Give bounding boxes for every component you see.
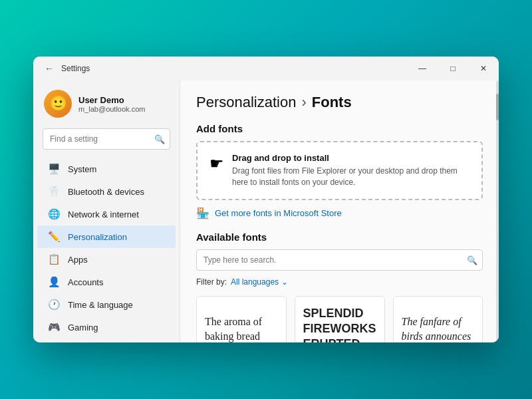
system-icon: 🖥️ xyxy=(48,163,60,175)
fonts-search-box: 🔍 xyxy=(196,249,483,271)
bluetooth-icon: 🦷 xyxy=(48,186,60,198)
font-preview-2[interactable]: SPLENDID FIREWORKS ERUPTED OV... xyxy=(295,296,385,342)
close-button[interactable]: ✕ xyxy=(468,57,499,80)
chevron-down-icon: ⌄ xyxy=(281,277,288,287)
ms-store-label: Get more fonts in Microsoft Store xyxy=(215,208,342,218)
breadcrumb-parent: Personalization xyxy=(196,94,296,111)
filter-label: Filter by: xyxy=(196,277,227,287)
sidebar: 🙂 User Demo m_lab@outlook.com 🔍 🖥️ Syste… xyxy=(33,80,180,342)
user-info: User Demo m_lab@outlook.com xyxy=(78,95,145,113)
breadcrumb-current: Fonts xyxy=(312,94,352,111)
main-layout: 🙂 User Demo m_lab@outlook.com 🔍 🖥️ Syste… xyxy=(33,80,499,342)
scroll-indicator xyxy=(496,80,499,342)
content-area: Personalization › Fonts Add fonts ☛ Drag… xyxy=(180,80,499,342)
breadcrumb-separator: › xyxy=(301,94,306,111)
sidebar-item-label-time: Time & language xyxy=(68,300,133,310)
sidebar-item-personalization[interactable]: ✏️ Personalization xyxy=(37,225,176,248)
personalization-icon: ✏️ xyxy=(48,231,60,243)
avatar-image: 🙂 xyxy=(44,90,72,118)
sidebar-item-label-network: Network & internet xyxy=(68,209,139,219)
sidebar-item-label-apps: Apps xyxy=(68,255,88,265)
window-title: Settings xyxy=(61,64,90,73)
cursor-icon: ☛ xyxy=(209,154,224,173)
search-input[interactable] xyxy=(43,128,170,150)
sidebar-item-label-bluetooth: Bluetooth & devices xyxy=(68,187,144,197)
filter-value: All languages xyxy=(231,277,279,287)
sidebar-item-label-accounts: Accounts xyxy=(68,277,103,287)
drop-subtitle: Drag font files from File Explorer or yo… xyxy=(232,166,469,188)
font-preview-text-2: SPLENDID FIREWORKS ERUPTED OV... xyxy=(303,306,376,342)
fonts-search-icon: 🔍 xyxy=(467,255,477,265)
sidebar-item-label-gaming: Gaming xyxy=(68,323,98,332)
sidebar-item-accessibility[interactable]: ♿ Accessibility xyxy=(37,338,176,342)
search-icon: 🔍 xyxy=(154,134,165,144)
sidebar-item-bluetooth[interactable]: 🦷 Bluetooth & devices xyxy=(37,180,176,203)
apps-icon: 📋 xyxy=(48,253,60,265)
sidebar-item-system[interactable]: 🖥️ System xyxy=(37,158,176,180)
fonts-search-input[interactable] xyxy=(196,249,483,271)
user-profile[interactable]: 🙂 User Demo m_lab@outlook.com xyxy=(33,80,180,126)
settings-window: ← Settings — □ ✕ 🙂 User Demo m_lab@outlo… xyxy=(33,57,499,342)
accounts-icon: 👤 xyxy=(48,276,60,288)
add-fonts-title: Add fonts xyxy=(196,123,483,134)
sidebar-item-label-system: System xyxy=(68,164,96,174)
sidebar-item-network[interactable]: 🌐 Network & internet xyxy=(37,203,176,225)
font-preview-text-3: The fanfare of birds announces the morni… xyxy=(402,315,475,342)
maximize-button[interactable]: □ xyxy=(438,57,468,80)
gaming-icon: 🎮 xyxy=(48,321,60,333)
back-button[interactable]: ← xyxy=(41,61,57,76)
breadcrumb: Personalization › Fonts xyxy=(196,94,483,111)
sidebar-item-time[interactable]: 🕐 Time & language xyxy=(37,293,176,316)
store-icon: 🏪 xyxy=(196,207,209,219)
network-icon: 🌐 xyxy=(48,208,60,220)
drop-title: Drag and drop to install xyxy=(232,153,469,163)
user-name: User Demo xyxy=(78,95,145,105)
scroll-thumb[interactable] xyxy=(496,94,499,120)
drop-zone[interactable]: ☛ Drag and drop to install Drag font fil… xyxy=(196,141,483,200)
ms-store-link[interactable]: 🏪 Get more fonts in Microsoft Store xyxy=(196,207,483,219)
font-preview-3[interactable]: The fanfare of birds announces the morni… xyxy=(393,296,483,342)
font-preview-1[interactable]: The aroma of baking bread fills the air. xyxy=(196,296,287,342)
title-bar: ← Settings — □ ✕ xyxy=(33,57,499,80)
drop-zone-text: Drag and drop to install Drag font files… xyxy=(232,153,469,188)
time-icon: 🕐 xyxy=(48,299,60,311)
minimize-button[interactable]: — xyxy=(407,57,438,80)
filter-row: Filter by: All languages ⌄ xyxy=(196,277,483,287)
sidebar-item-label-personalization: Personalization xyxy=(68,232,127,242)
sidebar-item-apps[interactable]: 📋 Apps xyxy=(37,248,176,271)
avatar: 🙂 xyxy=(44,90,72,118)
available-fonts-title: Available fonts xyxy=(196,231,483,243)
sidebar-item-accounts[interactable]: 👤 Accounts xyxy=(37,271,176,293)
font-preview-text-1: The aroma of baking bread fills the air. xyxy=(205,315,278,342)
user-email: m_lab@outlook.com xyxy=(78,105,145,113)
sidebar-item-gaming[interactable]: 🎮 Gaming xyxy=(37,316,176,338)
window-controls: — □ ✕ xyxy=(407,57,499,80)
search-box: 🔍 xyxy=(43,128,170,150)
font-previews: The aroma of baking bread fills the air.… xyxy=(196,296,483,342)
filter-dropdown[interactable]: All languages ⌄ xyxy=(231,277,288,287)
